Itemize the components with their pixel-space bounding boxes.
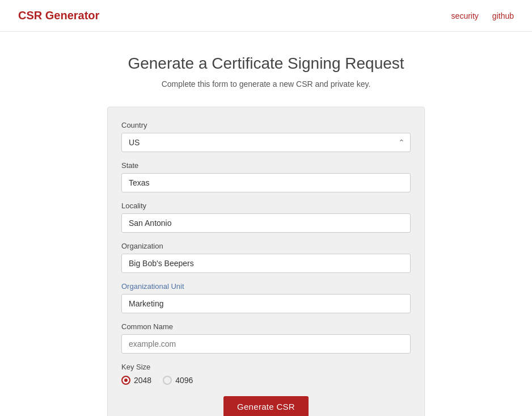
key-size-4096-label: 4096 [175, 376, 193, 385]
common-name-label: Common Name [121, 322, 411, 331]
csr-form: Country US CA GB ⌃ State Locality Organi… [107, 107, 425, 416]
org-unit-label: Organizational Unit [121, 282, 411, 291]
page-title: Generate a Certificate Signing Request [128, 54, 404, 73]
logo[interactable]: CSR Generator [18, 9, 99, 22]
common-name-input[interactable] [121, 334, 411, 354]
country-group: Country US CA GB ⌃ [121, 121, 411, 152]
key-size-4096-radio[interactable] [163, 376, 172, 385]
nav-github[interactable]: github [492, 11, 514, 20]
locality-input[interactable] [121, 213, 411, 233]
organization-group: Organization [121, 242, 411, 273]
common-name-group: Common Name [121, 322, 411, 354]
org-unit-input[interactable] [121, 294, 411, 313]
organization-input[interactable] [121, 254, 411, 273]
page-subtitle: Complete this form to generate a new CSR… [162, 79, 371, 89]
locality-group: Locality [121, 201, 411, 233]
nav-security[interactable]: security [451, 11, 479, 20]
org-unit-group: Organizational Unit [121, 282, 411, 313]
header: CSR Generator security github [0, 0, 532, 32]
key-size-group: Key Size 2048 4096 [121, 363, 411, 385]
country-select-wrapper: US CA GB ⌃ [121, 133, 411, 152]
main-content: Generate a Certificate Signing Request C… [0, 32, 532, 416]
state-group: State [121, 161, 411, 192]
generate-csr-button[interactable]: Generate CSR [223, 396, 309, 416]
key-size-2048-label: 2048 [134, 376, 151, 385]
state-input[interactable] [121, 173, 411, 192]
state-label: State [121, 161, 411, 170]
key-size-2048-option[interactable]: 2048 [121, 376, 151, 385]
key-size-2048-radio[interactable] [121, 376, 130, 385]
locality-label: Locality [121, 201, 411, 210]
header-nav: security github [451, 11, 514, 20]
country-select[interactable]: US CA GB [121, 133, 411, 152]
organization-label: Organization [121, 242, 411, 250]
key-size-radio-group: 2048 4096 [121, 376, 411, 385]
key-size-label: Key Size [121, 363, 411, 371]
key-size-4096-option[interactable]: 4096 [163, 376, 193, 385]
country-label: Country [121, 121, 411, 129]
